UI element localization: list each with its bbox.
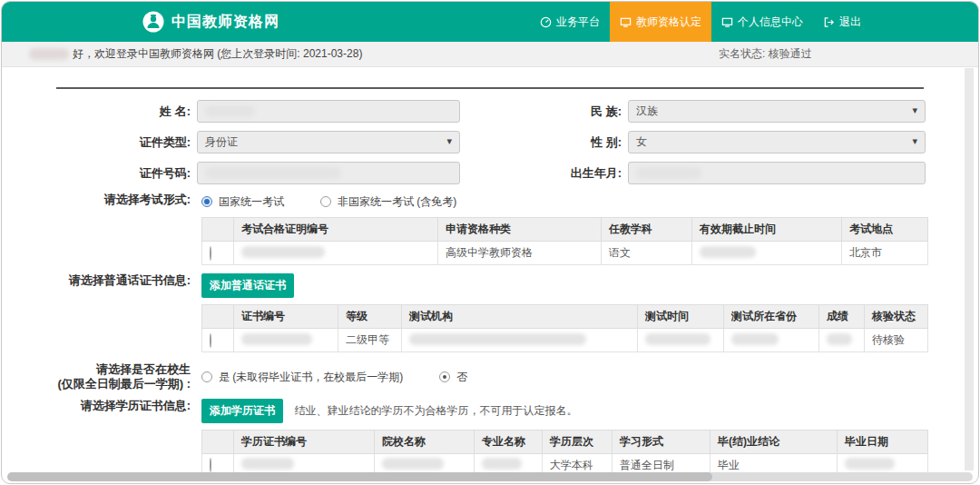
monitor-icon (721, 16, 733, 28)
col-header: 核验状态 (865, 305, 928, 329)
nav-personal-info-center[interactable]: 个人信息中心 (711, 2, 813, 42)
education-cert-table: 学历证书编号 院校名称 专业名称 学历层次 学习形式 毕(结)业结论 毕业日期 … (201, 430, 928, 475)
cell-test-province (724, 329, 819, 352)
education-label: 请选择学历证书信息: (54, 399, 197, 475)
col-header: 学历证书编号 (234, 430, 375, 453)
id-type-select[interactable]: 身份证 (197, 131, 460, 153)
cell-school (375, 453, 475, 474)
name-label: 姓 名: (54, 104, 197, 120)
basic-info-form: 姓 名: 民 族: 汉族 证件类型: 身份证 性 别: 女 证件号码: 出生年月… (54, 100, 926, 184)
ethnicity-select[interactable]: 汉族 (628, 100, 926, 123)
current-student-section: 请选择是否在校生 (仅限全日制最后一学期) : 是 (未取得毕业证书，在校最后一… (54, 362, 926, 392)
cell-level: 二级甲等 (338, 329, 402, 352)
id-number-label: 证件号码: (54, 165, 197, 182)
nav-business-platform[interactable]: 业务平台 (530, 2, 610, 42)
col-header: 考试地点 (842, 218, 928, 242)
gender-select[interactable]: 女 (628, 131, 926, 153)
cell-study-form: 普通全日制 (612, 453, 710, 474)
current-student-label: 请选择是否在校生 (仅限全日制最后一学期) : (54, 362, 197, 392)
ethnicity-label: 民 族: (492, 104, 628, 120)
cell-cert-number (234, 329, 338, 352)
monitor-icon (620, 16, 632, 28)
cell-qualification: 高级中学教师资格 (438, 242, 602, 265)
col-header: 测试时间 (638, 305, 724, 329)
cell-verify-status: 待核验 (865, 329, 928, 352)
id-number-field[interactable] (197, 162, 460, 184)
name-field[interactable] (197, 100, 460, 123)
main-nav: 业务平台 教师资格认定 个人信息中心 退出 (530, 2, 871, 42)
col-header (202, 305, 234, 329)
mandarin-row-radio[interactable] (210, 333, 211, 348)
redacted-username (29, 48, 69, 60)
cell-grad-date (838, 453, 928, 474)
col-header: 证书编号 (234, 305, 338, 329)
vertical-scrollbar[interactable] (965, 68, 974, 470)
cell-major (475, 453, 543, 474)
current-student-options: 是 (未取得毕业证书，在校最后一学期) 否 (201, 368, 467, 386)
top-header: 中国教师资格网 业务平台 教师资格认定 个人信息中心 退出 (2, 2, 978, 42)
radio-student-yes[interactable] (201, 371, 212, 382)
col-header: 毕(结)业结论 (710, 430, 838, 453)
brand-title: 中国教师资格网 (172, 13, 279, 32)
cell-conclusion: 毕业 (710, 453, 838, 474)
form-top-divider (56, 87, 924, 89)
col-header: 考试合格证明编号 (234, 218, 438, 242)
add-education-cert-button[interactable]: 添加学历证书 (201, 399, 283, 423)
cell-subject: 语文 (602, 242, 692, 265)
col-header: 任教学科 (602, 218, 692, 242)
col-header: 测试所在省份 (724, 305, 819, 329)
birth-label: 出生年月: (492, 165, 628, 182)
col-header (202, 218, 234, 242)
col-header: 申请资格种类 (438, 218, 602, 242)
welcome-message: 好，欢迎登录中国教师资格网 (您上次登录时间: 2021-03-28) (29, 46, 362, 62)
id-type-label: 证件类型: (54, 134, 197, 151)
col-header: 院校名称 (375, 430, 475, 453)
horizontal-scrollbar[interactable] (7, 472, 973, 481)
col-header: 有效期截止时间 (692, 218, 842, 242)
nav-label: 个人信息中心 (738, 15, 803, 30)
table-row: 高级中学教师资格 语文 北京市 (202, 242, 928, 265)
nav-label: 教师资格认定 (636, 15, 701, 30)
mandarin-label: 请选择普通话证书信息: (54, 273, 197, 352)
option-label: 否 (456, 370, 467, 385)
nav-teacher-certification[interactable]: 教师资格认定 (610, 2, 711, 42)
add-mandarin-cert-button[interactable]: 添加普通话证书 (201, 273, 294, 298)
table-row: 大学本科 普通全日制 毕业 (202, 453, 928, 474)
exam-form-options: 国家统一考试 非国家统一考试 (含免考) (201, 193, 928, 211)
col-header: 学习形式 (612, 430, 710, 453)
exam-form-label: 请选择考试形式: (54, 193, 197, 265)
radio-student-no[interactable] (439, 371, 450, 382)
col-header: 测试机构 (402, 305, 638, 329)
table-row: 二级甲等 待核验 (202, 329, 928, 352)
col-header (202, 430, 234, 453)
radio-non-national-exam[interactable] (320, 196, 331, 207)
cell-cert-number (234, 242, 438, 265)
nav-label: 退出 (839, 15, 861, 30)
main-content: 姓 名: 民 族: 汉族 证件类型: 身份证 性 别: 女 证件号码: 出生年月… (2, 67, 978, 474)
education-row-radio[interactable] (210, 458, 211, 472)
mandarin-section: 请选择普通话证书信息: 添加普通话证书 证书编号 等级 测试机构 测试时间 测试… (54, 273, 926, 352)
brand: 中国教师资格网 (142, 11, 279, 33)
education-note: 结业、肄业结论的学历不为合格学历，不可用于认定报名。 (294, 404, 577, 417)
horizontal-scrollbar-thumb[interactable] (7, 472, 712, 481)
brand-person-icon (142, 11, 164, 33)
cell-edu-level: 大学本科 (543, 453, 612, 474)
col-header: 等级 (338, 305, 402, 329)
radio-national-exam[interactable] (201, 196, 212, 207)
cell-location: 北京市 (842, 242, 928, 265)
option-label: 是 (未取得毕业证书，在校最后一学期) (219, 370, 403, 385)
cell-cert-number (234, 453, 375, 474)
birth-field[interactable] (628, 162, 926, 184)
logout-icon (823, 16, 835, 28)
col-header: 专业名称 (475, 430, 543, 453)
page: 中国教师资格网 业务平台 教师资格认定 个人信息中心 退出 好，欢 (1, 1, 979, 484)
cell-test-org (402, 329, 638, 352)
cell-valid-until (692, 242, 842, 265)
nav-logout[interactable]: 退出 (813, 2, 871, 42)
greeting-bar: 好，欢迎登录中国教师资格网 (您上次登录时间: 2021-03-28) 实名状态… (2, 42, 978, 67)
col-header: 学历层次 (543, 430, 612, 453)
option-label: 国家统一考试 (219, 194, 284, 210)
education-section: 请选择学历证书信息: 添加学历证书 结业、肄业结论的学历不为合格学历，不可用于认… (54, 399, 926, 475)
exam-row-radio[interactable] (210, 246, 211, 261)
dashboard-icon (540, 16, 552, 28)
